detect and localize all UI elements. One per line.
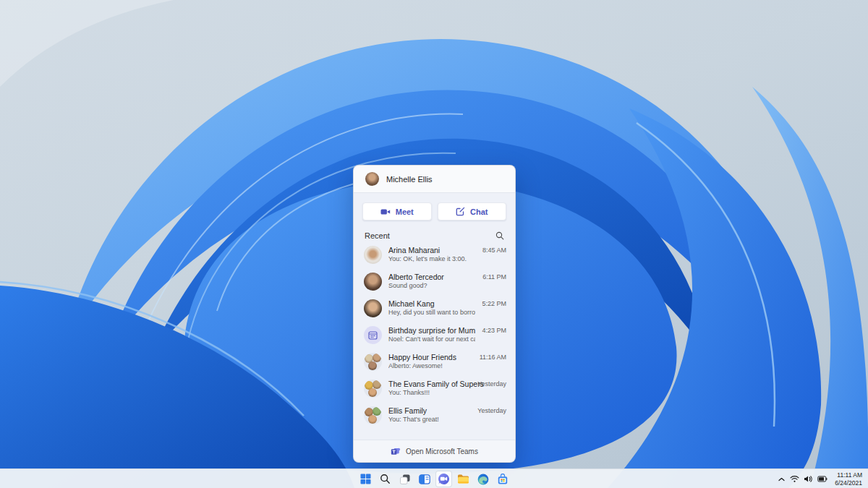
conversation-time: 5:22 PM bbox=[482, 300, 506, 307]
conversation-birthday-surprise[interactable]: Birthday surprise for Mum Noel: Can't wa… bbox=[354, 322, 515, 348]
wifi-icon bbox=[790, 475, 799, 483]
folder-icon bbox=[457, 474, 469, 484]
chat-taskbar-button[interactable] bbox=[435, 471, 452, 487]
conversation-name: Michael Kang bbox=[388, 299, 475, 309]
meet-button[interactable]: Meet bbox=[362, 202, 432, 221]
battery-icon bbox=[817, 476, 827, 482]
taskbar: 11:11 AM 6/24/2021 bbox=[0, 468, 868, 488]
conversation-preview: Sound good? bbox=[388, 282, 476, 291]
conversation-preview: Alberto: Awesome! bbox=[388, 362, 473, 371]
action-buttons-row: Meet Chat bbox=[354, 193, 515, 227]
search-icon[interactable] bbox=[495, 231, 504, 240]
search-button[interactable] bbox=[377, 471, 393, 487]
conversation-time: Yesterday bbox=[477, 380, 506, 388]
conversation-name: Ellis Family bbox=[388, 406, 471, 416]
clock[interactable]: 11:11 AM 6/24/2021 bbox=[833, 471, 862, 487]
conversation-evans-family[interactable]: The Evans Family of Supers You: Thanks!!… bbox=[354, 375, 515, 402]
conversation-arina-maharani[interactable]: Arina Maharani You: OK, let's make it 3:… bbox=[354, 241, 515, 268]
conversation-time: 6:11 PM bbox=[482, 273, 506, 281]
tray-date: 6/24/2021 bbox=[835, 479, 862, 487]
contact-avatar bbox=[364, 246, 382, 264]
calendar-event-icon bbox=[364, 326, 382, 344]
meet-button-label: Meet bbox=[396, 207, 414, 216]
conversation-alberto-tercedor[interactable]: Alberto Tercedor Sound good? 6:11 PM bbox=[354, 268, 515, 295]
group-avatar bbox=[364, 406, 382, 424]
conversation-preview: Noel: Can't wait for our next catch up! bbox=[388, 335, 475, 344]
microsoft-store-button[interactable] bbox=[494, 471, 511, 487]
battery-tray-button[interactable] bbox=[817, 476, 827, 482]
open-teams-button[interactable]: Open Microsoft Teams bbox=[354, 440, 515, 462]
chevron-up-icon bbox=[778, 476, 786, 482]
wifi-tray-button[interactable] bbox=[790, 475, 799, 483]
video-camera-icon bbox=[380, 207, 391, 216]
user-name: Michelle Ellis bbox=[386, 175, 433, 184]
show-hidden-icons-button[interactable] bbox=[778, 476, 786, 482]
conversation-preview: You: Thanks!!! bbox=[388, 389, 471, 398]
teams-logo-icon bbox=[391, 446, 401, 456]
chat-button-label: Chat bbox=[470, 207, 488, 216]
desktop: Michelle Ellis Meet Chat Recent bbox=[0, 0, 868, 488]
edge-browser-button[interactable] bbox=[475, 471, 491, 487]
conversation-time: 4:23 PM bbox=[482, 327, 506, 334]
task-view-icon bbox=[399, 474, 411, 485]
conversation-ellis-family[interactable]: Ellis Family You: That's great! Yesterda… bbox=[354, 402, 515, 429]
widgets-button[interactable] bbox=[416, 471, 433, 487]
file-explorer-button[interactable] bbox=[455, 471, 472, 487]
conversation-preview: You: OK, let's make it 3:00. bbox=[388, 255, 476, 264]
task-view-button[interactable] bbox=[396, 471, 413, 487]
conversation-happy-hour-friends[interactable]: Happy Hour Friends Alberto: Awesome! 11:… bbox=[354, 348, 515, 375]
group-avatar bbox=[364, 353, 382, 371]
conversation-list: Arina Maharani You: OK, let's make it 3:… bbox=[354, 241, 515, 440]
tray-time: 11:11 AM bbox=[835, 471, 862, 479]
conversation-time: 11:16 AM bbox=[480, 354, 506, 361]
teams-chat-flyout: Michelle Ellis Meet Chat Recent bbox=[353, 165, 516, 463]
volume-tray-button[interactable] bbox=[804, 475, 813, 483]
speaker-icon bbox=[804, 475, 813, 483]
recent-header-row: Recent bbox=[354, 227, 515, 241]
recent-label: Recent bbox=[365, 231, 390, 240]
user-avatar[interactable] bbox=[365, 172, 379, 186]
conversation-name: Birthday surprise for Mum bbox=[388, 326, 475, 335]
system-tray: 11:11 AM 6/24/2021 bbox=[778, 469, 862, 488]
contact-avatar bbox=[364, 273, 382, 291]
teams-chat-icon bbox=[438, 473, 450, 485]
start-button[interactable] bbox=[357, 471, 374, 487]
conversation-name: The Evans Family of Supers bbox=[388, 380, 471, 389]
conversation-name: Alberto Tercedor bbox=[388, 273, 476, 282]
conversation-michael-kang[interactable]: Michael Kang Hey, did you still want to … bbox=[354, 295, 515, 322]
group-avatar bbox=[364, 380, 382, 398]
conversation-name: Happy Hour Friends bbox=[388, 353, 473, 362]
edge-icon bbox=[477, 474, 489, 485]
open-teams-label: Open Microsoft Teams bbox=[406, 448, 478, 455]
conversation-time: Yesterday bbox=[477, 407, 506, 414]
taskbar-app-icons bbox=[357, 469, 511, 488]
contact-avatar bbox=[364, 299, 382, 317]
conversation-time: 8:45 AM bbox=[482, 247, 506, 254]
search-icon bbox=[380, 474, 391, 484]
compose-icon bbox=[456, 207, 465, 216]
conversation-preview: You: That's great! bbox=[388, 416, 471, 424]
flyout-header: Michelle Ellis bbox=[354, 166, 515, 193]
chat-button[interactable]: Chat bbox=[438, 202, 507, 221]
widgets-icon bbox=[419, 474, 430, 484]
conversation-name: Arina Maharani bbox=[388, 246, 476, 255]
conversation-preview: Hey, did you still want to borrow the no… bbox=[388, 309, 475, 317]
store-icon bbox=[497, 474, 509, 485]
windows-logo-icon bbox=[360, 474, 371, 484]
